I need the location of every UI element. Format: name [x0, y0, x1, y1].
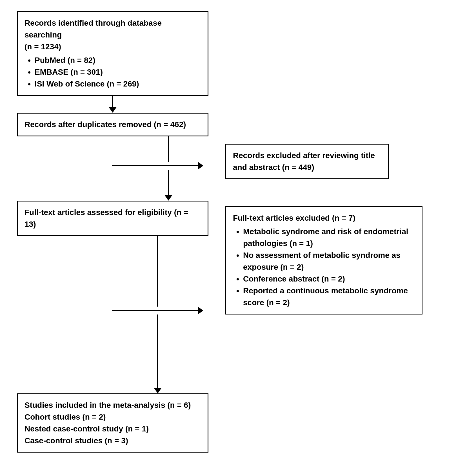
vert-line-2b	[168, 170, 169, 195]
box-studies-included: Studies included in the meta-analysis (n…	[17, 393, 208, 453]
section-4: Studies included in the meta-analysis (n…	[17, 393, 208, 453]
left-col-2: Records after duplicates removed (n = 46…	[17, 113, 208, 201]
box-after-duplicates: Records after duplicates removed (n = 46…	[17, 113, 208, 136]
horiz-arrow-2	[112, 162, 225, 170]
h-line-2	[113, 165, 198, 166]
h-head-3	[198, 307, 203, 314]
vert-line-3a	[157, 236, 158, 307]
section-1: Records identified through database sear…	[17, 11, 208, 113]
arrow-head-3	[154, 388, 162, 393]
h-line-3	[113, 310, 198, 311]
vert-col-2	[112, 136, 225, 201]
left-col-3: Full-text articles assessed for eligibil…	[17, 201, 208, 393]
vert-line-2a	[168, 136, 169, 162]
right-side-2: Records excluded after reviewing title a…	[208, 113, 389, 179]
list-item-embase: EMBASE (n = 301)	[35, 66, 201, 78]
excl-item-0: Metabolic syndrome and risk of endometri…	[243, 226, 415, 249]
vert-line-3b	[157, 314, 158, 388]
list-item-pubmed: PubMed (n = 82)	[35, 54, 201, 66]
excl-item-1: No assessment of metabolic syndrome as e…	[243, 249, 415, 273]
excl-item-2: Conference abstract (n = 2)	[243, 273, 415, 285]
box-database-search-list: PubMed (n = 82) EMBASE (n = 301) ISI Web…	[25, 54, 201, 90]
arrow-down-1	[112, 96, 113, 113]
studies-line-3: Case-control studies (n = 3)	[25, 435, 201, 447]
box-database-search-count: (n = 1234)	[25, 41, 201, 53]
connector-region-2	[17, 136, 208, 201]
arrow-head-2	[164, 195, 172, 201]
studies-line-1: Cohort studies (n = 2)	[25, 411, 201, 423]
vert-col-3	[112, 236, 203, 393]
box-database-search-title: Records identified through database sear…	[25, 17, 201, 41]
box-excluded-2: Full-text articles excluded (n = 7) Meta…	[225, 206, 422, 314]
studies-line-2: Nested case-control study (n = 1)	[25, 423, 201, 435]
studies-line-0: Studies included in the meta-analysis (n…	[25, 399, 201, 411]
box-database-search: Records identified through database sear…	[17, 11, 208, 96]
h-head-2	[198, 162, 203, 170]
box-excluded-2-list: Metabolic syndrome and risk of endometri…	[233, 226, 415, 309]
box-excluded-2-title: Full-text articles excluded (n = 7)	[233, 212, 415, 224]
section-2-row: Records after duplicates removed (n = 46…	[17, 113, 459, 201]
right-side-3: Full-text articles excluded (n = 7) Meta…	[208, 201, 422, 314]
section-3-row: Full-text articles assessed for eligibil…	[17, 201, 459, 393]
excl-item-3: Reported a continuous metabolic syndrome…	[243, 285, 415, 309]
box-fulltext-assessed: Full-text articles assessed for eligibil…	[17, 201, 208, 236]
connector-region-3	[17, 236, 208, 393]
list-item-isi: ISI Web of Science (n = 269)	[35, 78, 201, 90]
horiz-arrow-3	[112, 307, 203, 314]
box-excluded-1: Records excluded after reviewing title a…	[225, 144, 389, 179]
flowchart: Records identified through database sear…	[17, 11, 459, 453]
